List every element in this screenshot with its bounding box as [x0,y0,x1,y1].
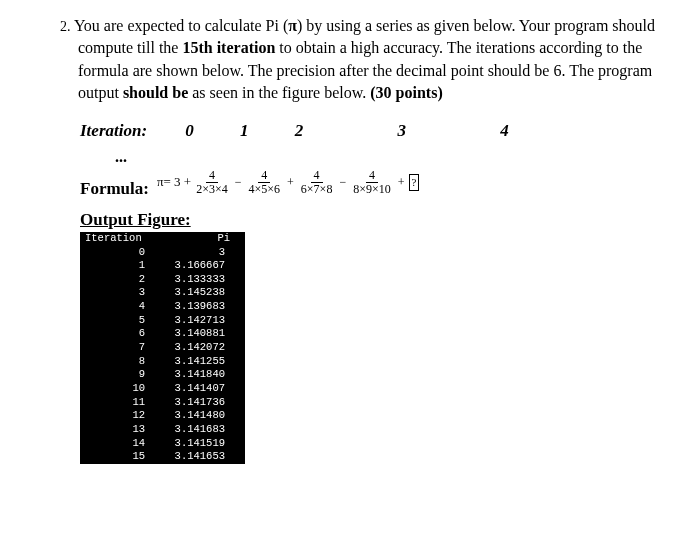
bold-points: (30 points) [370,84,442,101]
ellipsis: ... [115,146,660,168]
cell-iteration: 2 [85,273,145,287]
header-col2: Pi [160,232,230,246]
problem-statement: 2. You are expected to calculate Pi (π) … [60,15,660,105]
output-rows: 0313.16666723.13333333.14523843.13968353… [80,246,245,464]
cell-pi: 3.141736 [145,396,225,410]
table-row: 123.141480 [80,409,245,423]
cell-pi: 3.141840 [145,368,225,382]
cell-pi: 3.141683 [145,423,225,437]
table-row: 93.141840 [80,368,245,382]
problem-number: 2. [60,19,71,34]
table-row: 63.140881 [80,327,245,341]
output-header: Iteration Pi [80,232,245,246]
formula-eq: = 3 + [164,173,192,191]
iter-num-1: 1 [240,119,249,143]
bold-15th: 15th iteration [182,39,275,56]
cell-pi: 3 [145,246,225,260]
problem-text-1: You are expected to calculate Pi ( [74,17,288,34]
cell-iteration: 3 [85,286,145,300]
cell-pi: 3.133333 [145,273,225,287]
output-figure: Iteration Pi 0313.16666723.13333333.1452… [80,232,245,464]
cell-iteration: 5 [85,314,145,328]
op-0: − [235,174,242,191]
cell-pi: 3.145238 [145,286,225,300]
formula-row: Formula: π = 3 + 42×3×4 − 44×5×6 + 46×7×… [80,175,660,202]
cell-iteration: 8 [85,355,145,369]
cell-iteration: 6 [85,327,145,341]
cell-pi: 3.141519 [145,437,225,451]
cell-iteration: 4 [85,300,145,314]
cell-iteration: 15 [85,450,145,464]
bold-should-be: should be [123,84,188,101]
op-2: − [339,174,346,191]
op-3: + [398,174,405,191]
output-figure-label: Output Figure: [80,208,660,232]
cell-iteration: 7 [85,341,145,355]
table-row: 133.141683 [80,423,245,437]
frac-1: 44×5×6 [246,169,284,196]
cell-pi: 3.141480 [145,409,225,423]
table-row: 103.141407 [80,382,245,396]
table-row: 143.141519 [80,437,245,451]
iteration-row: Iteration: 0 1 2 3 4 [80,119,660,143]
table-row: 23.133333 [80,273,245,287]
cell-pi: 3.141407 [145,382,225,396]
table-row: 153.141653 [80,450,245,464]
table-row: 03 [80,246,245,260]
table-row: 43.139683 [80,300,245,314]
cell-iteration: 14 [85,437,145,451]
header-col1: Iteration [85,232,160,246]
table-row: 113.141736 [80,396,245,410]
iter-num-2: 2 [295,119,304,143]
table-row: 13.166667 [80,259,245,273]
table-row: 83.141255 [80,355,245,369]
formula-label: Formula: [80,177,149,201]
cell-iteration: 13 [85,423,145,437]
cell-pi: 3.142072 [145,341,225,355]
cell-iteration: 0 [85,246,145,260]
cell-iteration: 9 [85,368,145,382]
cell-pi: 3.141255 [145,355,225,369]
formula-math: π = 3 + 42×3×4 − 44×5×6 + 46×7×8 − 48×9×… [157,169,419,196]
table-row: 33.145238 [80,286,245,300]
cell-iteration: 10 [85,382,145,396]
cell-pi: 3.140881 [145,327,225,341]
frac-3: 48×9×10 [350,169,394,196]
cell-pi: 3.139683 [145,300,225,314]
cell-pi: 3.142713 [145,314,225,328]
op-1: + [287,174,294,191]
frac-2: 46×7×8 [298,169,336,196]
iter-num-3: 3 [398,119,407,143]
frac-0: 42×3×4 [193,169,231,196]
cell-pi: 3.141653 [145,450,225,464]
table-row: 73.142072 [80,341,245,355]
problem-text-4: as seen in the figure below. [188,84,370,101]
cell-iteration: 1 [85,259,145,273]
iter-num-4: 4 [500,119,509,143]
iter-num-0: 0 [185,119,194,143]
question-box: ? [409,174,420,191]
table-row: 53.142713 [80,314,245,328]
cell-iteration: 11 [85,396,145,410]
pi-symbol: π [288,17,297,34]
iteration-label: Iteration: [80,119,147,143]
cell-iteration: 12 [85,409,145,423]
cell-pi: 3.166667 [145,259,225,273]
formula-pi: π [157,173,164,191]
